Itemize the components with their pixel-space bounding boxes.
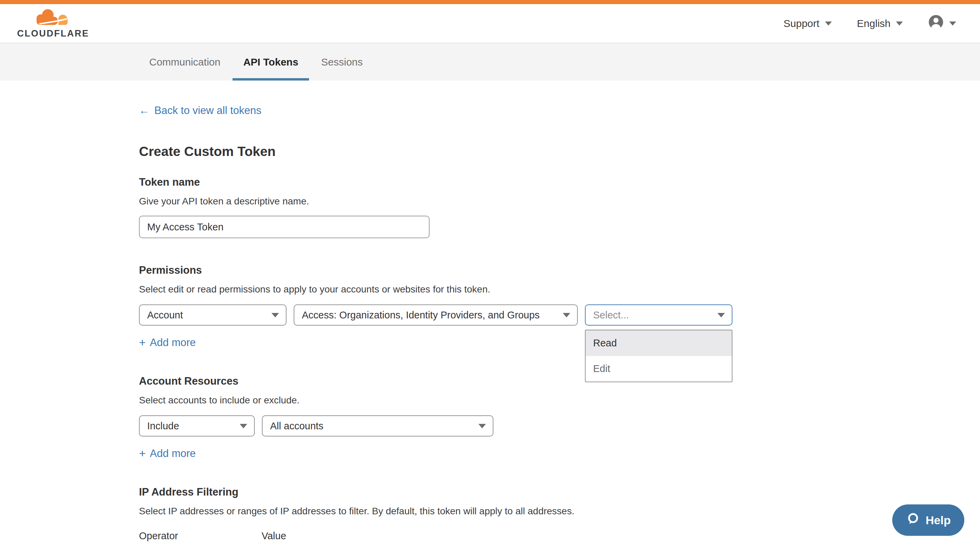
chevron-down-icon xyxy=(478,424,486,428)
account-resources-section: Account Resources Select accounts to inc… xyxy=(139,375,980,460)
add-more-label: Add more xyxy=(150,447,196,460)
plus-icon: + xyxy=(139,447,146,460)
permissions-add-more-link[interactable]: + Add more xyxy=(139,336,196,349)
permission-resource-dropdown[interactable]: Access: Organizations, Identity Provider… xyxy=(294,305,578,325)
ip-filtering-description: Select IP addresses or ranges of IP addr… xyxy=(139,506,980,517)
chevron-down-icon xyxy=(563,313,570,317)
operator-label: Operator xyxy=(139,530,255,542)
left-arrow-icon: ← xyxy=(139,105,150,117)
cloudflare-logo[interactable]: CLOUDFLARE xyxy=(17,8,89,39)
plus-icon: + xyxy=(139,336,146,349)
header-actions: Support English xyxy=(784,14,956,32)
menu-option-edit[interactable]: Edit xyxy=(585,356,732,382)
ip-filtering-section: IP Address Filtering Select IP addresses… xyxy=(139,486,980,544)
language-menu-label: English xyxy=(857,18,891,29)
add-more-label: Add more xyxy=(150,336,196,349)
main-content: ← Back to view all tokens Create Custom … xyxy=(0,81,980,544)
account-resources-heading: Account Resources xyxy=(139,375,980,387)
account-resources-add-more-link[interactable]: + Add more xyxy=(139,447,196,460)
account-menu[interactable] xyxy=(928,14,956,32)
support-menu[interactable]: Support xyxy=(784,18,832,29)
resource-mode-value: Include xyxy=(147,420,179,432)
resource-mode-dropdown[interactable]: Include xyxy=(139,416,255,436)
cloudflare-cloud-icon xyxy=(32,8,74,28)
permissions-description: Select edit or read permissions to apply… xyxy=(139,284,980,295)
tab-label: API Tokens xyxy=(243,56,298,68)
chevron-down-icon xyxy=(825,22,832,25)
tab-communication[interactable]: Communication xyxy=(138,43,231,81)
tab-sessions[interactable]: Sessions xyxy=(311,43,374,81)
token-name-section: Token name Give your API token a descrip… xyxy=(139,176,980,238)
token-name-description: Give your API token a descriptive name. xyxy=(139,196,980,207)
account-resources-description: Select accounts to include or exclude. xyxy=(139,395,980,406)
token-name-heading: Token name xyxy=(139,176,980,189)
cloudflare-wordmark: CLOUDFLARE xyxy=(17,29,89,39)
help-button-label: Help xyxy=(926,514,951,527)
resource-selection-dropdown[interactable]: All accounts xyxy=(262,416,493,436)
ip-filtering-labels: Operator Value xyxy=(139,530,980,542)
permission-level-dropdown-wrap: Select... Read Edit xyxy=(585,305,732,325)
permissions-section: Permissions Select edit or read permissi… xyxy=(139,264,980,349)
resource-selection-value: All accounts xyxy=(270,420,323,432)
help-button[interactable]: Help xyxy=(892,504,964,536)
value-label: Value xyxy=(262,530,286,542)
back-to-tokens-link[interactable]: ← Back to view all tokens xyxy=(139,105,262,117)
permission-resource-value: Access: Organizations, Identity Provider… xyxy=(302,309,539,321)
permission-level-menu: Read Edit xyxy=(585,330,732,382)
tab-api-tokens[interactable]: API Tokens xyxy=(232,43,309,81)
permission-level-placeholder: Select... xyxy=(593,309,629,321)
ip-filtering-heading: IP Address Filtering xyxy=(139,486,980,498)
chat-bubble-icon xyxy=(906,512,920,529)
back-link-label: Back to view all tokens xyxy=(154,105,262,117)
language-menu[interactable]: English xyxy=(857,18,903,29)
chevron-down-icon xyxy=(718,313,725,317)
brand-top-bar xyxy=(0,0,980,4)
chevron-down-icon xyxy=(272,313,279,317)
token-name-input[interactable] xyxy=(139,216,430,238)
account-resources-row: Include All accounts xyxy=(139,416,980,436)
permission-scope-dropdown[interactable]: Account xyxy=(139,305,286,325)
permission-level-dropdown[interactable]: Select... xyxy=(585,305,732,325)
chevron-down-icon xyxy=(240,424,247,428)
chevron-down-icon xyxy=(949,22,956,25)
permission-scope-value: Account xyxy=(147,309,183,321)
page-title: Create Custom Token xyxy=(139,144,980,159)
support-menu-label: Support xyxy=(784,18,819,29)
active-tab-indicator xyxy=(232,78,309,81)
chevron-down-icon xyxy=(896,22,903,25)
permissions-row: Account Access: Organizations, Identity … xyxy=(139,305,980,325)
menu-option-read[interactable]: Read xyxy=(585,330,732,356)
tab-label: Sessions xyxy=(321,56,363,68)
global-header: CLOUDFLARE Support English xyxy=(0,4,980,43)
permissions-heading: Permissions xyxy=(139,264,980,276)
profile-tab-bar: Communication API Tokens Sessions xyxy=(0,43,980,81)
user-avatar-icon xyxy=(928,14,944,32)
tab-label: Communication xyxy=(149,56,220,68)
